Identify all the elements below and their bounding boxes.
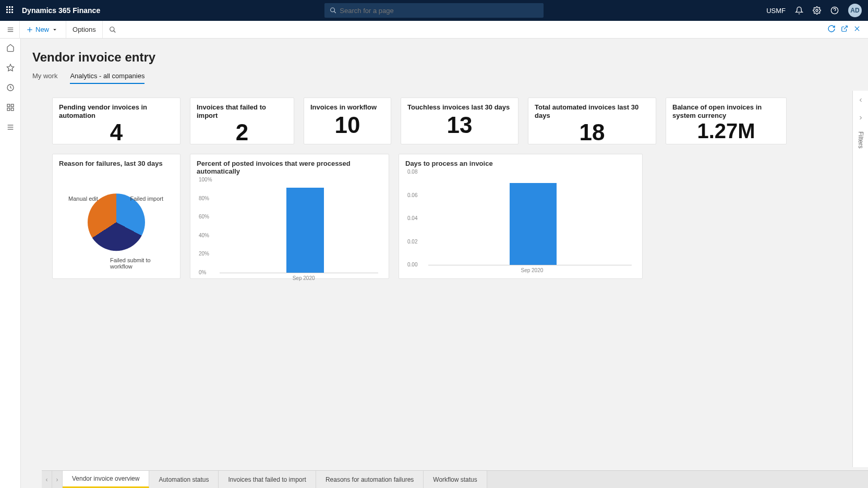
kpi-title: Invoices in workflow (310, 103, 384, 112)
page-title: Vendor invoice entry (21, 39, 868, 65)
top-right: USMF AD (766, 4, 862, 17)
bell-icon[interactable] (795, 6, 803, 15)
chart-failures-pie[interactable]: Reason for failures, last 30 days Manual… (52, 154, 180, 279)
y-tick: 0.08 (407, 169, 417, 175)
home-icon[interactable] (6, 44, 15, 54)
workspace-icon[interactable] (6, 103, 15, 114)
page-tabs: My work Analytics - all companies (21, 65, 868, 84)
plot: Sep 2020 (428, 174, 632, 265)
kpi-open-balance[interactable]: Balance of open invoices in system curre… (666, 97, 787, 144)
top-bar: Dynamics 365 Finance USMF AD (0, 0, 868, 21)
x-label: Sep 2020 (293, 275, 315, 281)
plot: Sep 2020 (220, 181, 378, 273)
bottom-tab-overview[interactable]: Vendor invoice overview (63, 471, 149, 488)
kpi-value: 10 (310, 112, 384, 139)
chart-percent-auto[interactable]: Percent of posted invoices that were pro… (190, 154, 389, 279)
filters-send-icon[interactable] (858, 114, 864, 123)
new-button-label: New (35, 26, 49, 33)
refresh-icon[interactable] (827, 25, 836, 35)
bar (510, 183, 557, 265)
tab-analytics[interactable]: Analytics - all companies (70, 72, 144, 84)
kpi-title: Pending vendor invoices in automation (59, 103, 174, 119)
search-box[interactable] (324, 3, 544, 18)
modules-icon[interactable] (6, 123, 15, 133)
kpi-value: 13 (407, 112, 512, 139)
kpi-failed-import[interactable]: Invoices that failed to import 2 (190, 97, 294, 144)
help-icon[interactable] (830, 6, 839, 15)
bar-area: 100% 80% 60% 40% 20% 0% Sep 2020 (197, 179, 382, 278)
bar (286, 188, 324, 273)
bottom-tab-workflow-status[interactable]: Workflow status (424, 471, 487, 488)
tabstrip-prev-icon[interactable]: ‹ (42, 471, 52, 488)
hamburger-icon[interactable] (1, 21, 20, 39)
svg-line-12 (844, 26, 847, 29)
kpi-value: 4 (59, 119, 174, 145)
app-launcher-icon[interactable] (6, 6, 15, 15)
kpi-total-automated[interactable]: Total automated invoices last 30 days 18 (528, 97, 656, 144)
kpi-value: 1.27M (672, 119, 780, 143)
bottom-tab-failure-reasons[interactable]: Reasons for automation failures (316, 471, 424, 488)
kpi-title: Total automated invoices last 30 days (535, 103, 649, 119)
x-label: Sep 2020 (521, 267, 543, 273)
filters-label[interactable]: Filters (857, 131, 864, 149)
chart-days-process[interactable]: Days to process an invoice 0.08 0.06 0.0… (399, 154, 643, 279)
chart-row: Reason for failures, last 30 days Manual… (52, 154, 831, 279)
svg-marker-15 (7, 64, 14, 71)
tab-mywork[interactable]: My work (32, 72, 57, 84)
kpi-title: Touchless invoices last 30 days (407, 103, 512, 112)
chevron-down-icon (52, 27, 57, 32)
y-tick: 20% (199, 251, 209, 257)
filters-rail: Filters (852, 91, 868, 467)
bottom-tab-automation-status[interactable]: Automation status (149, 471, 219, 488)
new-button[interactable]: New (20, 21, 66, 38)
chart-title: Days to process an invoice (405, 160, 636, 167)
command-bar: New Options (0, 21, 868, 39)
pie-label-failed-submit: Failed submit to workflow (110, 257, 174, 270)
avatar[interactable]: AD (848, 4, 862, 17)
svg-point-2 (816, 9, 818, 11)
kpi-title: Balance of open invoices in system curre… (672, 103, 780, 119)
pie-label-failed-import: Failed import (130, 196, 163, 202)
kpi-pending-automation[interactable]: Pending vendor invoices in automation 4 (52, 97, 180, 144)
search-input[interactable] (340, 7, 538, 15)
bar-area: 0.08 0.06 0.04 0.02 0.00 Sep 2020 (405, 172, 636, 271)
search-icon (330, 7, 336, 14)
y-tick: 40% (199, 232, 209, 238)
filters-expand-icon[interactable] (858, 96, 864, 105)
chart-title: Percent of posted invoices that were pro… (197, 160, 382, 175)
y-tick: 0.06 (407, 192, 417, 198)
close-icon[interactable] (853, 25, 861, 34)
search-cmd-icon[interactable] (103, 21, 125, 38)
svg-line-11 (114, 30, 116, 32)
kpi-in-workflow[interactable]: Invoices in workflow 10 (304, 97, 391, 144)
app-title: Dynamics 365 Finance (22, 6, 100, 15)
kpi-value: 18 (535, 119, 649, 145)
y-tick: 0.04 (407, 215, 417, 221)
y-tick: 60% (199, 214, 209, 219)
pie-label-manual: Manual edit (68, 196, 98, 202)
star-icon[interactable] (6, 64, 15, 74)
tabstrip-next-icon[interactable]: › (52, 471, 63, 488)
cmd-right (827, 25, 868, 35)
y-tick: 80% (199, 195, 209, 201)
chart-title: Reason for failures, last 30 days (59, 160, 174, 167)
svg-rect-20 (11, 108, 14, 111)
dashboard: Pending vendor invoices in automation 4 … (21, 84, 868, 279)
svg-rect-17 (7, 104, 10, 107)
bottom-tabstrip: ‹ › Vendor invoice overview Automation s… (42, 470, 868, 488)
bottom-tab-failed-import[interactable]: Invoices that failed to import (219, 471, 316, 488)
y-tick: 0.00 (407, 262, 417, 267)
options-button[interactable]: Options (66, 21, 103, 38)
y-tick: 0% (199, 270, 206, 275)
recent-icon[interactable] (6, 83, 15, 94)
company-code[interactable]: USMF (766, 7, 786, 15)
svg-rect-18 (11, 104, 14, 107)
popout-icon[interactable] (841, 25, 848, 34)
gear-icon[interactable] (813, 6, 821, 15)
kpi-title: Invoices that failed to import (197, 103, 287, 119)
svg-point-0 (331, 8, 335, 12)
y-tick: 100% (199, 177, 212, 182)
svg-rect-19 (7, 108, 10, 111)
kpi-row: Pending vendor invoices in automation 4 … (52, 97, 831, 144)
kpi-touchless[interactable]: Touchless invoices last 30 days 13 (401, 97, 519, 144)
